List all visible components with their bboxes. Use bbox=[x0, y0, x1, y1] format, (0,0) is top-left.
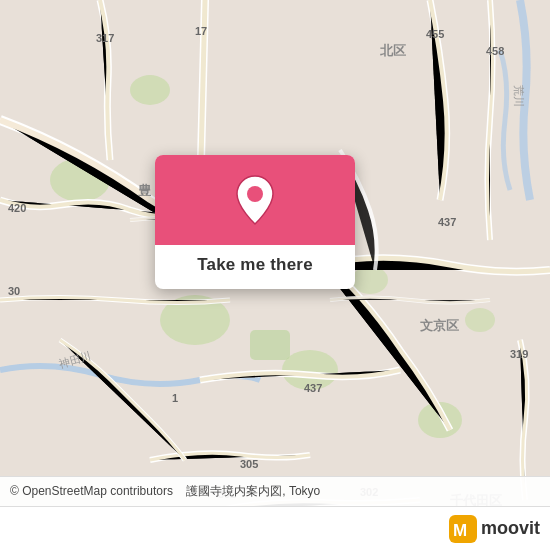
svg-text:豊: 豊 bbox=[138, 183, 152, 198]
moovit-icon: M bbox=[449, 515, 477, 543]
svg-text:文京区: 文京区 bbox=[420, 318, 459, 333]
bottom-bar: M moovit bbox=[0, 506, 550, 550]
svg-text:319: 319 bbox=[510, 348, 528, 360]
take-me-there-button[interactable]: Take me there bbox=[155, 155, 355, 289]
svg-text:317: 317 bbox=[96, 32, 114, 44]
map-container: 317 455 458 420 437 437 30 305 302 302 3… bbox=[0, 0, 550, 550]
moovit-brand-text: moovit bbox=[481, 518, 540, 539]
svg-rect-8 bbox=[250, 330, 290, 360]
svg-text:1: 1 bbox=[172, 392, 178, 404]
attribution-text: © OpenStreetMap contributors bbox=[10, 484, 173, 498]
svg-text:荒川: 荒川 bbox=[513, 85, 525, 107]
svg-text:30: 30 bbox=[8, 285, 20, 297]
button-header bbox=[155, 155, 355, 245]
location-pin-icon bbox=[233, 174, 277, 226]
svg-point-7 bbox=[465, 308, 495, 332]
moovit-logo: M moovit bbox=[449, 515, 540, 543]
svg-text:17: 17 bbox=[195, 25, 207, 37]
svg-point-30 bbox=[247, 186, 263, 202]
svg-text:M: M bbox=[453, 521, 467, 540]
location-title: © OpenStreetMap contributors 護國寺境内案内図, T… bbox=[0, 476, 550, 506]
svg-text:458: 458 bbox=[486, 45, 504, 57]
svg-point-5 bbox=[130, 75, 170, 105]
svg-text:437: 437 bbox=[304, 382, 322, 394]
button-label: Take me there bbox=[197, 255, 313, 275]
svg-text:455: 455 bbox=[426, 28, 444, 40]
svg-text:437: 437 bbox=[438, 216, 456, 228]
svg-text:北区: 北区 bbox=[379, 43, 406, 58]
svg-text:420: 420 bbox=[8, 202, 26, 214]
location-name: 護國寺境内案内図, Tokyo bbox=[186, 484, 320, 498]
svg-text:305: 305 bbox=[240, 458, 258, 470]
